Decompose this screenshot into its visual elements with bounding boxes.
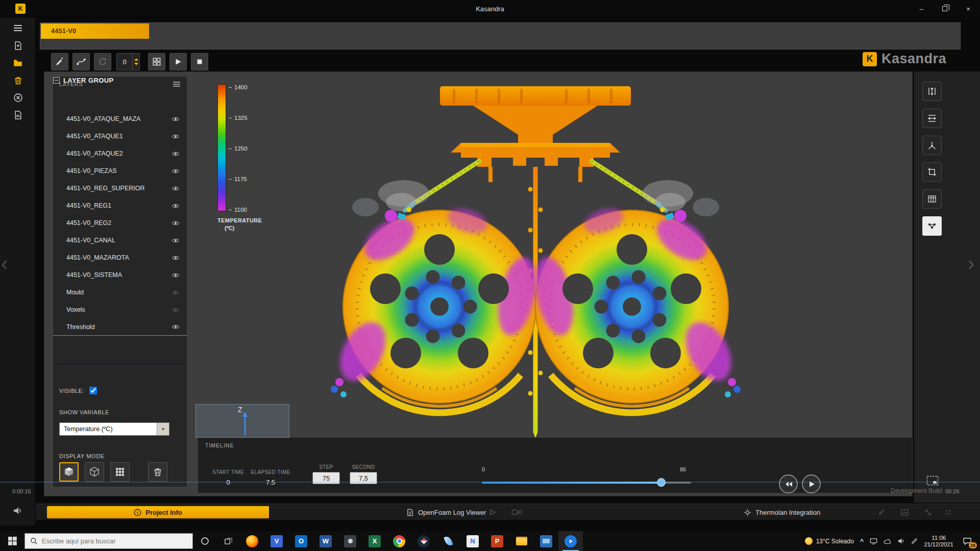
layer-row[interactable]: 4451-V0_MAZAROTA bbox=[53, 249, 187, 266]
notification-center-button[interactable]: 26 bbox=[960, 535, 975, 547]
edit-tool-icon[interactable] bbox=[878, 504, 885, 520]
visible-checkbox[interactable] bbox=[89, 387, 97, 394]
taskbar-app-notepad[interactable]: N bbox=[460, 531, 485, 551]
eye-icon[interactable] bbox=[172, 186, 180, 191]
volume-tray-icon[interactable] bbox=[898, 538, 905, 544]
search-input[interactable] bbox=[42, 537, 187, 545]
show-variable-select[interactable]: Temperature (ºC) ▼ bbox=[59, 422, 169, 436]
eye-icon[interactable] bbox=[172, 238, 180, 243]
taskbar-app-chrome[interactable] bbox=[387, 531, 411, 551]
layer-row[interactable]: 4451-V0_ATAQUE1 bbox=[53, 128, 187, 145]
taskbar-app-word[interactable]: W bbox=[313, 531, 338, 551]
minimize-button[interactable]: – bbox=[910, 0, 933, 17]
play-timeline-button[interactable] bbox=[802, 474, 821, 493]
prev-chevron-icon[interactable]: ‹ bbox=[1, 252, 8, 275]
taskbar-app-explorer[interactable] bbox=[509, 531, 534, 551]
tray-expand-chevron[interactable]: ^ bbox=[860, 537, 864, 545]
taskbar-app-powerpoint[interactable]: P bbox=[485, 531, 509, 551]
graph-nodes-button[interactable] bbox=[922, 216, 942, 236]
taskbar-app-firefox[interactable] bbox=[240, 531, 264, 551]
grid-view-button[interactable] bbox=[148, 53, 165, 70]
layer-row[interactable]: Mould bbox=[53, 284, 187, 301]
delete-button[interactable] bbox=[10, 72, 26, 88]
taskbar-app-outlook[interactable]: O bbox=[289, 531, 313, 551]
panel-menu-icon[interactable] bbox=[173, 81, 181, 87]
layer-row[interactable]: 4451-V0_REG1 bbox=[53, 197, 187, 214]
taskbar-app-compass[interactable] bbox=[411, 531, 436, 551]
layer-row[interactable]: 4451-V0_SISTEMA bbox=[53, 266, 187, 284]
refresh-button[interactable] bbox=[94, 53, 111, 70]
taskbar-app-media-player[interactable] bbox=[558, 531, 583, 551]
taskbar-app-monitor[interactable] bbox=[534, 531, 558, 551]
taskbar-app-feather[interactable] bbox=[436, 531, 460, 551]
data-table-button[interactable] bbox=[922, 189, 942, 209]
fit-width-button[interactable] bbox=[922, 109, 942, 128]
rewind-button[interactable] bbox=[779, 474, 798, 493]
openfoam-log-button[interactable]: OpenFoam Log Viewer bbox=[406, 504, 486, 520]
close-project-button[interactable] bbox=[10, 90, 26, 105]
stop-simulation-button[interactable] bbox=[191, 53, 208, 70]
crop-button[interactable] bbox=[922, 162, 942, 182]
layer-row[interactable]: Threshold bbox=[53, 318, 187, 336]
eye-icon[interactable] bbox=[172, 307, 180, 313]
taskbar-app-v[interactable]: V bbox=[264, 531, 289, 551]
cortana-button[interactable] bbox=[193, 531, 216, 551]
taskbar-app-excel[interactable]: X bbox=[362, 531, 387, 551]
tab-4451-v0[interactable]: 4451-V0 bbox=[41, 23, 149, 39]
eye-icon[interactable] bbox=[172, 203, 180, 209]
eye-icon[interactable] bbox=[172, 290, 180, 295]
spinner-arrows[interactable] bbox=[132, 54, 139, 70]
spline-button[interactable] bbox=[72, 53, 90, 70]
layer-row[interactable]: 4451-V0_REG2 bbox=[53, 214, 187, 232]
axis-gizmo-box[interactable]: Z bbox=[195, 404, 289, 438]
rewind-icon bbox=[785, 480, 793, 488]
fit-height-button[interactable] bbox=[922, 82, 942, 101]
maximize-button[interactable] bbox=[933, 0, 957, 17]
layer-row[interactable]: 4451-V0_CANAL bbox=[53, 232, 187, 249]
orientation-button[interactable] bbox=[922, 136, 942, 155]
start-button[interactable] bbox=[0, 531, 24, 551]
overlay-play-icon[interactable] bbox=[489, 504, 496, 520]
eye-icon[interactable] bbox=[172, 324, 180, 330]
volume-button[interactable] bbox=[10, 504, 26, 517]
taskbar-app-capture[interactable] bbox=[338, 531, 362, 551]
layer-row[interactable]: 4451-V0_PIEZAS bbox=[53, 162, 187, 180]
eye-icon[interactable] bbox=[172, 168, 180, 174]
eye-icon[interactable] bbox=[172, 272, 180, 278]
eye-icon[interactable] bbox=[172, 220, 180, 226]
menu-button[interactable] bbox=[10, 20, 26, 36]
overlay-skip-30-icon[interactable]: 30 bbox=[510, 504, 522, 520]
paint-button[interactable] bbox=[51, 53, 68, 70]
project-info-button[interactable]: Project Info bbox=[47, 506, 269, 518]
display-mode-solid-button[interactable] bbox=[59, 462, 79, 482]
eye-icon[interactable] bbox=[172, 116, 180, 122]
display-tray-icon[interactable] bbox=[870, 538, 877, 545]
thermolan-integration-button[interactable]: Thermolan Integration bbox=[744, 504, 820, 520]
next-chevron-icon[interactable]: › bbox=[968, 252, 974, 275]
snapshot-tool-icon[interactable] bbox=[901, 504, 909, 520]
cloud-tray-icon[interactable] bbox=[884, 538, 892, 544]
taskbar-search[interactable] bbox=[24, 533, 193, 549]
task-view-button[interactable] bbox=[216, 531, 240, 551]
timeline-panel: TIMELINE START TIME 0 ELAPSED TIME 7.5 S… bbox=[198, 437, 913, 493]
layer-row[interactable]: Voxels bbox=[53, 301, 187, 318]
eye-icon[interactable] bbox=[172, 151, 180, 157]
layer-row[interactable]: 4451-V0_REG_SUPERIOR bbox=[53, 180, 187, 197]
display-mode-wireframe-button[interactable] bbox=[85, 462, 104, 482]
close-button[interactable]: × bbox=[957, 0, 980, 17]
eye-icon[interactable] bbox=[172, 255, 180, 261]
display-mode-voxel-button[interactable] bbox=[110, 462, 130, 482]
report-button[interactable] bbox=[10, 107, 26, 122]
taskbar-clock[interactable]: 11:06 21/12/2021 bbox=[924, 535, 953, 548]
layer-row[interactable]: 4451-V0_ATAQUE2 bbox=[53, 145, 187, 162]
play-simulation-button[interactable] bbox=[169, 53, 187, 70]
weather-widget[interactable]: 13°C Soleado bbox=[805, 537, 854, 545]
new-project-button[interactable] bbox=[10, 38, 26, 53]
layer-row[interactable]: 4451-V0_ATAQUE_MAZA bbox=[53, 110, 187, 128]
eye-icon[interactable] bbox=[172, 134, 180, 139]
step-spinner[interactable]: 0 bbox=[116, 53, 140, 70]
fullscreen-tool-icon[interactable] bbox=[925, 504, 932, 520]
open-project-button[interactable] bbox=[10, 55, 26, 70]
pen-tray-icon[interactable] bbox=[911, 538, 918, 544]
delete-layer-button[interactable] bbox=[148, 462, 167, 482]
